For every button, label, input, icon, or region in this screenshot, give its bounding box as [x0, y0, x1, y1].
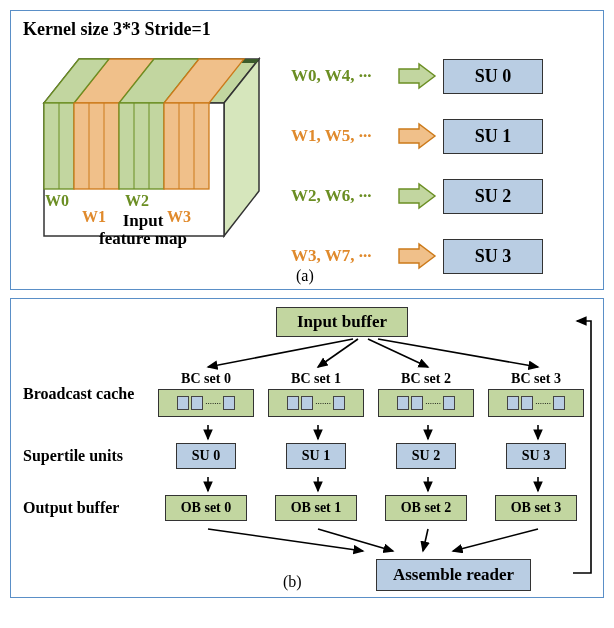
broadcast-cache-label: Broadcast cache: [23, 385, 151, 403]
ob-box: OB set 3: [495, 495, 577, 521]
ob-box: OB set 0: [165, 495, 247, 521]
panel-b: Input buffer Broadcast cache BC set 0 ··…: [10, 298, 604, 598]
dispatch-row: W1, W5, ··· SU 1: [291, 111, 543, 161]
svg-line-36: [318, 529, 393, 551]
down-arrows: [23, 423, 603, 443]
bc-set-label: BC set 2: [401, 371, 451, 387]
svg-rect-11: [164, 103, 209, 189]
window-list: W3, W7, ···: [291, 246, 401, 266]
su-box: SU 3: [443, 239, 543, 274]
window-list: W1, W5, ···: [291, 126, 401, 146]
su-box-small: SU 1: [286, 443, 346, 469]
dispatch-row: W0, W4, ··· SU 0: [291, 51, 543, 101]
subfig-b-label: (b): [283, 573, 302, 591]
su-box: SU 2: [443, 179, 543, 214]
bc-box: ·······: [158, 389, 254, 417]
svg-line-23: [208, 339, 353, 367]
feedback-arrow: [569, 313, 597, 585]
su-box: SU 1: [443, 119, 543, 154]
supertile-units-label: Supertile units: [23, 447, 151, 465]
spread-arrows: [23, 337, 603, 371]
dispatch-list: W0, W4, ··· SU 0 W1, W5, ··· SU 1 W2, W6…: [291, 51, 543, 291]
assemble-reader-box: Assemble reader: [376, 559, 531, 591]
bc-box: ·······: [268, 389, 364, 417]
w0-label: W0: [45, 192, 69, 209]
ob-box: OB set 2: [385, 495, 467, 521]
feature-map-cube: W0 W1 W2 W3 Input feature map: [29, 41, 289, 261]
svg-rect-9: [74, 103, 119, 189]
converge-arrows: [23, 527, 603, 555]
svg-line-37: [423, 529, 428, 551]
svg-line-26: [378, 339, 538, 367]
svg-line-38: [453, 529, 538, 551]
kernel-title: Kernel size 3*3 Stride=1: [23, 19, 591, 40]
input-feature-map-caption: Input feature map: [99, 212, 187, 249]
su-box-small: SU 2: [396, 443, 456, 469]
subfig-a-label: (a): [296, 267, 314, 285]
w2-label: W2: [125, 192, 149, 209]
window-list: W0, W4, ···: [291, 66, 401, 86]
dispatch-row: W3, W7, ··· SU 3: [291, 231, 543, 281]
svg-marker-19: [399, 64, 435, 88]
arrow-icon: [397, 121, 437, 151]
su-box: SU 0: [443, 59, 543, 94]
dispatch-row: W2, W6, ··· SU 2: [291, 171, 543, 221]
input-buffer-box: Input buffer: [276, 307, 408, 337]
svg-rect-10: [119, 103, 164, 189]
window-list: W2, W6, ···: [291, 186, 401, 206]
arrow-icon: [397, 181, 437, 211]
bc-set-label: BC set 0: [181, 371, 231, 387]
svg-marker-21: [399, 184, 435, 208]
su-box-small: SU 0: [176, 443, 236, 469]
bc-set-label: BC set 3: [511, 371, 561, 387]
bc-set-label: BC set 1: [291, 371, 341, 387]
su-box-small: SU 3: [506, 443, 566, 469]
ob-box: OB set 1: [275, 495, 357, 521]
svg-line-35: [208, 529, 363, 551]
down-arrows: [23, 475, 603, 495]
arrow-icon: [397, 241, 437, 271]
output-buffer-label: Output buffer: [23, 499, 151, 517]
svg-marker-22: [399, 244, 435, 268]
arrow-icon: [397, 61, 437, 91]
bc-box: ·······: [378, 389, 474, 417]
svg-line-24: [318, 339, 358, 367]
panel-a: Kernel size 3*3 Stride=1: [10, 10, 604, 290]
svg-marker-20: [399, 124, 435, 148]
